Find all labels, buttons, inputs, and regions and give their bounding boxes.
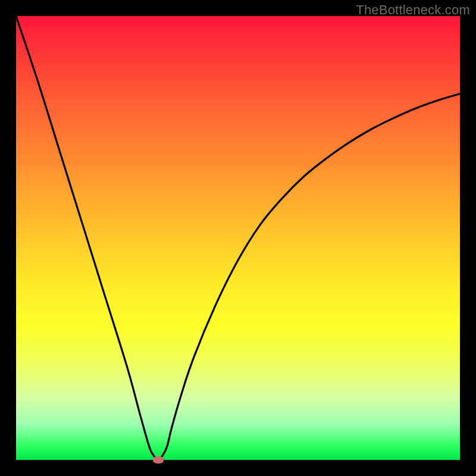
curve-svg — [16, 16, 460, 460]
minimum-marker — [153, 456, 164, 464]
bottleneck-curve-path — [16, 16, 460, 460]
attribution-text: TheBottleneck.com — [356, 2, 470, 18]
plot-area — [16, 16, 460, 460]
chart-frame: TheBottleneck.com — [0, 0, 476, 476]
